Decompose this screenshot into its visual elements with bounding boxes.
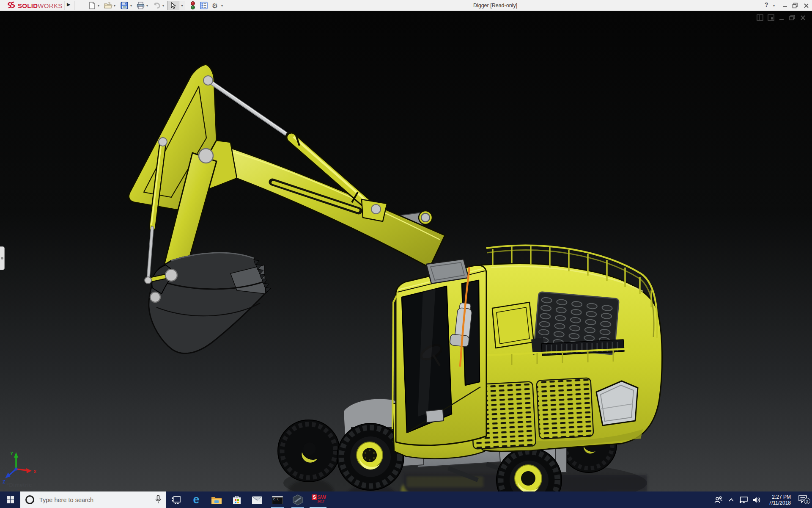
command-prompt-icon: C:\_: [272, 496, 283, 504]
file-explorer-icon: [211, 495, 222, 505]
apex-pin: [203, 76, 213, 85]
sw-s-letter: S: [312, 494, 317, 500]
y-axis-label: Y: [10, 451, 14, 456]
separator: [74, 1, 75, 10]
new-document-icon: [89, 2, 96, 9]
system-tray: 2:27 PM 7/11/2018 2: [712, 491, 812, 508]
chevron-up-icon: [728, 498, 734, 502]
print-button[interactable]: [136, 1, 145, 10]
search-input[interactable]: [39, 497, 145, 503]
bucket-pin-lower: [150, 292, 160, 302]
tray-overflow-button[interactable]: [725, 491, 738, 508]
viewport-minimize-icon[interactable]: [779, 14, 785, 21]
stoplight-toggle-button[interactable]: [189, 1, 197, 10]
printer-icon: [137, 2, 145, 9]
stoplight-icon: [190, 1, 195, 10]
taskbar-app-edge[interactable]: e: [186, 491, 206, 508]
save-floppy-icon: [121, 2, 128, 9]
new-document-button[interactable]: [88, 1, 96, 10]
separator: [64, 1, 65, 10]
wheel-rear-left[interactable]: [278, 420, 340, 482]
undo-arrow-icon: [153, 2, 161, 9]
windows-logo-icon: [7, 496, 14, 503]
print-caret[interactable]: ▾: [145, 4, 149, 8]
brand-solid: SOLID: [18, 2, 38, 9]
model-canvas[interactable]: X Y Z: [0, 11, 812, 491]
brand-works: WORKS: [38, 2, 62, 9]
settings-caret[interactable]: ▾: [220, 4, 224, 8]
save-button[interactable]: [120, 1, 129, 10]
clock[interactable]: 2:27 PM 7/11/2018: [765, 494, 791, 506]
people-icon: [714, 496, 723, 504]
store-icon: [232, 495, 242, 505]
solidworks-logo: SOLIDWORKS: [7, 1, 63, 10]
side-vent-right: [536, 378, 593, 439]
taskbar-app-mail[interactable]: [247, 491, 267, 508]
taskbar-app-command-prompt[interactable]: C:\_: [267, 491, 288, 508]
select-tool-button[interactable]: [167, 1, 179, 10]
close-icon: [804, 3, 809, 8]
ethernet-network-icon: [739, 496, 749, 504]
x-axis-label: X: [33, 469, 37, 474]
taskbar-app-task-view[interactable]: [166, 491, 186, 508]
taskbar-app-hexagon[interactable]: [288, 491, 308, 508]
document-window-controls: [757, 14, 806, 21]
undo-button[interactable]: [152, 1, 161, 10]
graphics-viewport[interactable]: X Y Z *Dimetric: [0, 11, 812, 491]
view-orientation-label: *Dimetric: [7, 482, 32, 488]
tray-date: 7/11/2018: [765, 500, 791, 506]
people-button[interactable]: [712, 491, 725, 508]
hood-panel: [492, 302, 534, 348]
ds-logo-icon: [7, 1, 18, 10]
restore-icon: [792, 3, 798, 8]
solidworks-2017-icon: S SW 2017: [312, 494, 324, 506]
flyout-tab-dot-icon: [1, 257, 3, 260]
settings-button[interactable]: ⚙: [211, 1, 219, 10]
cortana-icon: [25, 495, 34, 504]
microphone-icon[interactable]: [155, 495, 162, 504]
cab-handrail: [392, 302, 393, 429]
viewport-close-icon[interactable]: [800, 14, 806, 21]
taskbar-app-file-explorer[interactable]: [206, 491, 227, 508]
app-minimize-button[interactable]: [782, 2, 788, 9]
tray-time: 2:27 PM: [765, 494, 791, 500]
mail-icon: [252, 496, 263, 504]
app-restore-button[interactable]: [792, 2, 798, 9]
help-button[interactable]: ?: [765, 1, 768, 8]
notification-badge: 2: [804, 498, 810, 504]
task-view-icon: [171, 495, 181, 505]
cab[interactable]: [392, 259, 486, 445]
action-center-button[interactable]: 2: [793, 491, 812, 508]
open-folder-icon: [104, 2, 112, 9]
menu-flyout-arrow-icon[interactable]: ▶: [67, 2, 70, 7]
minimize-icon: [782, 3, 788, 8]
taskbar-app-solidworks[interactable]: S SW 2017: [308, 491, 328, 508]
bracket-pin: [371, 204, 381, 214]
viewport-restore-icon[interactable]: [789, 14, 796, 21]
viewport-pane-icon[interactable]: [757, 14, 764, 21]
start-button[interactable]: [0, 491, 20, 508]
open-button[interactable]: [104, 1, 112, 10]
viewport-split-icon[interactable]: [768, 14, 775, 21]
bucket-pin-upper: [165, 269, 177, 281]
save-caret[interactable]: ▾: [129, 4, 133, 8]
gear-icon: ⚙: [212, 2, 218, 10]
component-tree-button[interactable]: [200, 1, 208, 10]
new-document-caret[interactable]: ▾: [96, 4, 101, 8]
taskbar-search[interactable]: [20, 491, 166, 508]
volume-button[interactable]: [750, 491, 763, 508]
hexagon-app-icon: [292, 494, 303, 505]
titlebar: SOLIDWORKS ▶ ▾ ▾ ▾: [0, 0, 812, 11]
speaker-icon: [752, 496, 761, 504]
taskbar-app-store[interactable]: [227, 491, 247, 508]
select-tool-caret[interactable]: ▾: [179, 1, 185, 10]
command-prompt-text: C:\_: [273, 498, 280, 501]
app-close-button[interactable]: [803, 2, 809, 9]
panel-flyout-tab[interactable]: [0, 246, 5, 270]
undo-caret[interactable]: ▾: [161, 4, 165, 8]
network-button[interactable]: [738, 491, 750, 508]
sw-year: 2017: [317, 500, 324, 503]
open-caret[interactable]: ▾: [112, 4, 117, 8]
edge-icon: e: [193, 494, 199, 505]
help-caret[interactable]: ▾: [773, 4, 775, 8]
